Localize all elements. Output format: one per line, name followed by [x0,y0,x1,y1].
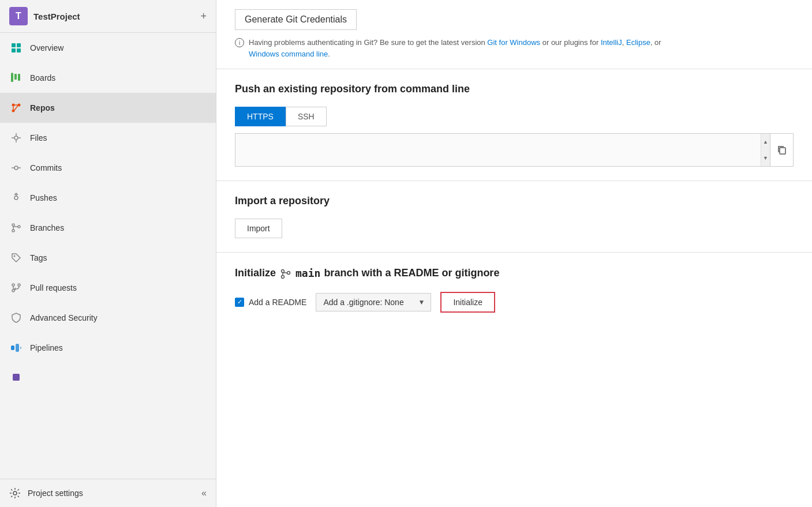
tags-icon [9,251,23,265]
project-settings-footer[interactable]: Project settings « [0,479,216,507]
branches-icon [9,221,23,235]
svg-point-25 [12,230,14,232]
svg-rect-33 [11,345,14,350]
https-tab[interactable]: HTTPS [235,107,286,126]
info-text: Having problems authenticating in Git? B… [249,37,661,59]
push-section: Push an existing repository from command… [216,69,812,181]
svg-point-24 [12,224,14,226]
sidebar-item-advanced-security[interactable]: Advanced Security [0,303,216,333]
project-settings-label: Project settings [28,489,83,498]
svg-point-7 [11,73,13,75]
copy-button[interactable] [770,134,793,166]
sidebar-item-label: Repos [30,103,55,112]
scroll-up-button[interactable]: ▲ [761,134,770,150]
svg-point-22 [14,196,18,200]
project-avatar: T [9,7,28,25]
sidebar-item-pipelines[interactable]: Pipelines [0,333,216,363]
sidebar-item-label: Advanced Security [30,313,98,322]
sidebar-item-overview[interactable]: Overview [0,33,216,63]
boards-icon [9,71,23,85]
svg-point-29 [12,284,14,286]
svg-line-13 [14,106,18,110]
svg-rect-4 [11,74,13,82]
svg-rect-1 [17,43,21,47]
sidebar-item-label: Branches [30,223,64,232]
sidebar-item-commits[interactable]: Commits [0,153,216,183]
gitignore-display[interactable]: Add a .gitignore: None▼ [316,293,431,311]
git-credentials-section: Generate Git Credentials i Having proble… [216,0,812,69]
readme-checkbox[interactable]: ✓ [235,298,244,307]
advanced-security-icon [9,311,23,325]
svg-rect-38 [780,148,785,154]
project-name: TestProject [33,12,194,21]
command-input[interactable] [235,134,761,166]
svg-point-31 [18,284,20,286]
pull-requests-icon [9,281,23,295]
sidebar-item-pull-requests[interactable]: Pull requests [0,273,216,303]
overview-icon [9,41,23,55]
sidebar-item-label: Pipelines [30,343,63,352]
sidebar-item-boards[interactable]: Boards [0,63,216,93]
generate-git-credentials-button[interactable]: Generate Git Credentials [235,9,357,30]
command-area: ▲ ▼ [235,133,794,167]
scrollbar-controls: ▲ ▼ [761,134,770,166]
svg-rect-5 [14,74,17,80]
copy-icon [777,145,787,155]
sidebar-item-repos[interactable]: Repos [0,93,216,123]
pipelines-icon [9,341,23,355]
sidebar-header: T TestProject + [0,0,216,32]
sidebar-item-pushes[interactable]: Pushes [0,183,216,213]
readme-checkbox-label[interactable]: ✓ Add a README [235,298,306,307]
svg-rect-0 [12,43,16,47]
ssh-tab[interactable]: SSH [286,107,327,126]
extra-icon [9,370,23,384]
add-project-icon[interactable]: + [200,10,207,22]
svg-rect-35 [20,347,21,349]
svg-point-40 [282,275,285,278]
sidebar-item-label: Boards [30,73,55,82]
files-icon [9,131,23,145]
import-title: Import a repository [235,195,794,207]
svg-rect-34 [16,344,19,352]
svg-point-8 [12,104,15,107]
svg-point-41 [287,271,290,274]
svg-rect-3 [17,48,21,52]
windows-cmdline-link[interactable]: Windows command line [249,50,328,58]
sidebar-item-label: Pull requests [30,283,77,292]
branch-icon [279,266,292,280]
sidebar-item-extra[interactable] [0,363,216,392]
initialize-button[interactable]: Initialize [440,292,495,313]
sidebar-item-branches[interactable]: Branches [0,213,216,243]
initialize-section: Initialize main branch with a README or … [216,253,812,326]
push-title: Push an existing repository from command… [235,83,794,95]
git-info-row: i Having problems authenticating in Git?… [235,37,794,59]
svg-point-37 [13,491,17,495]
commits-icon [9,161,23,175]
svg-point-30 [12,290,14,292]
svg-point-19 [14,166,18,170]
sidebar-item-label: Commits [30,163,62,172]
settings-icon [9,487,21,499]
import-button[interactable]: Import [235,219,282,238]
collapse-icon[interactable]: « [201,488,207,498]
pushes-icon [9,191,23,205]
protocol-tabs: HTTPS SSH [235,107,794,126]
svg-point-14 [14,136,18,140]
gitignore-wrapper: Add a .gitignore: None▼ [316,293,431,311]
import-section: Import a repository Import [216,181,812,253]
sidebar-item-tags[interactable]: Tags [0,243,216,273]
init-controls: ✓ Add a README Add a .gitignore: None▼ I… [235,292,794,313]
sidebar-item-files[interactable]: Files [0,123,216,153]
scroll-down-button[interactable]: ▼ [761,150,770,166]
eclipse-link[interactable]: Eclipse [626,38,650,47]
sidebar: T TestProject + Overview [0,0,216,507]
sidebar-nav: Overview Boards [0,33,216,479]
svg-point-39 [282,269,285,272]
info-icon: i [235,38,244,47]
intellij-link[interactable]: IntelliJ [601,38,622,47]
sidebar-item-label: Files [30,133,47,142]
initialize-title: Initialize main branch with a README or … [235,266,794,280]
svg-rect-2 [12,48,16,52]
sidebar-item-label: Tags [30,253,47,262]
git-for-windows-link[interactable]: Git for Windows [487,38,540,47]
